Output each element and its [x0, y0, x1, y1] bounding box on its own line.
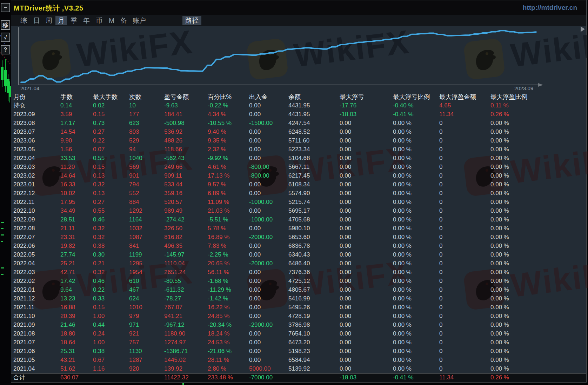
table-row[interactable]: 2021.0625.310.381130-1386.71-21.06 %0.00…: [13, 347, 543, 356]
cell-最大浮盈金额: 0: [439, 364, 490, 373]
cell-最大浮盈比例: 0.00 %: [490, 320, 543, 329]
table-row[interactable]: 2023.051.560.0794118.662.32 %0.005223.34…: [13, 145, 543, 154]
cell-最大浮亏比例: 0.00 %: [393, 154, 439, 162]
table-row[interactable]: 2023.0116.330.32794533.449.57 %0.006108.…: [13, 180, 543, 189]
table-row[interactable]: 持仓0.140.0210-9.63-0.22 %0.004431.95-17.7…: [13, 101, 543, 110]
cell-最大浮盈金额: 0: [439, 303, 490, 312]
cell-最大浮亏: 0.00: [340, 215, 393, 224]
table-row[interactable]: 2023.0433.530.551040-562.43-9.92 %0.0051…: [13, 154, 543, 162]
cell-最大浮亏比例: 0.00 %: [393, 250, 439, 259]
menu-item-10[interactable]: 账户: [130, 16, 148, 25]
cell-盈亏金额: 496.35: [164, 241, 208, 250]
cell-手数: 9.90: [60, 136, 93, 145]
table-row[interactable]: 2022.0619.820.38841496.357.83 %0.006836.…: [13, 241, 543, 250]
table-row[interactable]: 2022.0821.110.321032326.505.78 %0.005980…: [13, 224, 543, 233]
cell-出入金: 0.00: [249, 127, 288, 136]
cell-出入金: 0.00: [249, 206, 288, 215]
minimize-button[interactable]: −: [1, 3, 10, 12]
cell-最大浮盈比例: 0.00 %: [490, 136, 543, 145]
cell-百分比%: 20.65 %: [208, 259, 249, 268]
cell-次数: 94: [129, 145, 164, 154]
scroll-arrow-icon[interactable]: [581, 26, 585, 32]
column-header: 最大手数: [93, 92, 129, 101]
cell-手数: 43.21: [60, 356, 93, 364]
cell-最大浮亏: 0.00: [340, 241, 393, 250]
cell-次数: 1040: [129, 154, 164, 162]
cell-百分比%: 56.11 %: [208, 268, 249, 277]
check-button[interactable]: √: [1, 33, 10, 42]
table-row[interactable]: 2022.0342.710.3219542651.2456.11 %0.0073…: [13, 268, 543, 277]
cell-最大手数: 0.15: [93, 110, 129, 119]
cell-最大浮亏: 0.00: [340, 206, 393, 215]
cell-百分比%: 5.78 %: [208, 224, 249, 233]
table-row[interactable]: 2023.093.590.15177184.414.34 %0.004431.9…: [13, 110, 543, 119]
menu-item-2[interactable]: 日: [31, 16, 42, 25]
table-row[interactable]: 2022.1210.020.13552359.166.89 %0.005574.…: [13, 189, 543, 198]
cell-最大浮亏: 0.00: [340, 180, 393, 189]
table-row[interactable]: 2021.1213.230.33624-78.27-1.42 %0.005416…: [13, 294, 543, 303]
table-row[interactable]: 2023.0714.540.27803536.929.40 %0.006248.…: [13, 127, 543, 136]
table-row[interactable]: 2021.0451.621.16920139.922.80 %5000.0051…: [13, 364, 543, 373]
url-link[interactable]: http://mtdriver.cn: [523, 4, 577, 12]
table-row[interactable]: 2022.0723.310.321087816.8216.89 %-2000.0…: [13, 233, 543, 241]
cell-最大浮亏比例: 0.00 %: [393, 312, 439, 320]
cell-最大浮亏比例: -0.40 %: [393, 101, 439, 110]
cell-最大浮亏比例: 0.00 %: [393, 303, 439, 312]
menu-item-1[interactable]: 综: [18, 16, 29, 25]
cell-次数: 884: [129, 198, 164, 206]
table-row[interactable]: 2022.1117.950.27884520.5711.09 %-1000.00…: [13, 198, 543, 206]
cell-最大手数: 0.32: [93, 268, 129, 277]
cell-最大浮盈比例: 0.00 %: [490, 285, 543, 294]
cell-盈亏金额: 989.49: [164, 206, 208, 215]
table-row[interactable]: 2022.0425.210.2112951110.0420.65 %-2000.…: [13, 259, 543, 268]
cell-手数: 14.64: [60, 171, 93, 180]
menu-item-3[interactable]: 周: [43, 16, 55, 25]
help-button[interactable]: ?: [1, 45, 10, 54]
path-button[interactable]: 路径: [182, 16, 201, 25]
column-header: 余额: [288, 92, 340, 101]
menu-item-7[interactable]: 币: [93, 16, 105, 25]
cell-余额: 4725.12: [288, 277, 340, 285]
table-row[interactable]: 2022.0217.420.46610-80.55-1.68 %0.004725…: [13, 277, 543, 285]
cell-出入金: -2000.00: [249, 259, 288, 268]
menu-item-9[interactable]: 备: [118, 16, 129, 25]
table-row[interactable]: 2021.0818.800.249211180.9018.24 %0.00765…: [13, 329, 543, 338]
menu-item-4[interactable]: 月: [55, 16, 67, 25]
table-row[interactable]: 2022.0928.510.461164-274.42-5.51 %-1000.…: [13, 215, 543, 224]
table-row[interactable]: 2022.019.640.22467-611.32-11.29 %0.00480…: [13, 285, 543, 294]
cell-最大浮亏: 0.00: [340, 364, 393, 373]
cell-余额: 4431.95: [288, 110, 340, 119]
cell-最大浮亏: 0.00: [340, 127, 393, 136]
cell-盈亏金额: 941.21: [164, 312, 208, 320]
table-row[interactable]: 2021.0543.210.6712871445.0228.11 %0.0065…: [13, 356, 543, 364]
table-row[interactable]: 2022.0527.740.301199-145.97-2.25 %0.0063…: [13, 250, 543, 259]
cell-次数: 757: [129, 338, 164, 347]
menu-item-5[interactable]: 季: [68, 16, 80, 25]
cell-次数: 529: [129, 136, 164, 145]
cell-最大浮亏: 0.00: [340, 154, 393, 162]
table-total-row[interactable]: 合计630.0711422.32233.48 %-7000.00-18.03-0…: [13, 373, 543, 382]
table-row[interactable]: 2021.0921.460.44971-967.12-20.34 %-2900.…: [13, 320, 543, 329]
menu-item-6[interactable]: 年: [81, 16, 92, 25]
cell-盈亏金额: 533.44: [164, 180, 208, 189]
cell-盈亏金额: 488.26: [164, 136, 208, 145]
menu-item-8[interactable]: M: [106, 16, 117, 25]
table-row[interactable]: 2023.0311.200.15569249.664.61 %-800.0056…: [13, 162, 543, 171]
cell-最大浮盈金额: 0: [439, 259, 490, 268]
cell-最大浮盈比例: 0.26 %: [490, 110, 543, 119]
cell-次数: 624: [129, 294, 164, 303]
cell-次数: 623: [129, 119, 164, 127]
move-button[interactable]: 移: [1, 20, 10, 30]
cell-最大手数: 0.32: [93, 233, 129, 241]
table-row[interactable]: 2023.0214.640.13901909.1117.13 %-800.006…: [13, 171, 543, 180]
cell-最大浮亏比例: 0.00 %: [393, 127, 439, 136]
table-row[interactable]: 2021.1116.880.151010767.0716.22 %0.00549…: [13, 303, 543, 312]
row-label: 2021.05: [13, 356, 60, 364]
cell-最大浮盈比例: 0.00 %: [490, 259, 543, 268]
table-row[interactable]: 2021.1020.391.00979941.2124.85 %0.004728…: [13, 312, 543, 320]
table-row[interactable]: 2022.1034.490.551292989.4921.03 %0.00569…: [13, 206, 543, 215]
table-row[interactable]: 2023.069.900.22529488.269.35 %0.005711.6…: [13, 136, 543, 145]
table-row[interactable]: 2021.0718.641.007571274.9724.53 %0.00647…: [13, 338, 543, 347]
cell-百分比%: 4.34 %: [208, 110, 249, 119]
table-row[interactable]: 2023.0817.170.73623-500.98-10.55 %-1500.…: [13, 119, 543, 127]
